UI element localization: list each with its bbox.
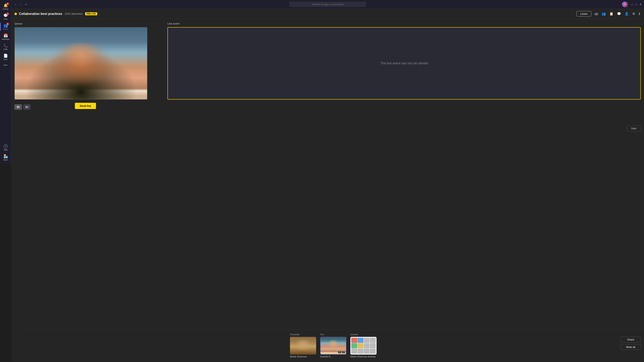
multi-view-button[interactable] [23,104,30,110]
sidebar-item-label-help: Help [4,149,8,151]
queue-label: Queue [14,22,161,25]
nav-back-button[interactable]: ‹ [14,2,17,7]
topbar: ‹ › ✏ D — □ ✕ [11,0,293,9]
single-view-button[interactable] [14,104,22,110]
sidebar-item-calls[interactable]: 📞 Calls [0,42,11,52]
queue-panel: Queue [11,19,164,164]
calls-icon: 📞 [4,43,8,48]
event-title: Collaboration best practices [19,12,62,16]
svg-rect-0 [17,106,20,108]
sidebar-item-teams[interactable]: 👥 1 Teams [0,22,11,32]
main-content: Collaboration best practices 3333 attend… [11,9,293,164]
live-event-box: The live event has not yet started [168,27,293,99]
presenter-video-feed [15,27,147,99]
teams-icon: 👥 1 [4,23,8,28]
queue-video [14,27,147,99]
live-event-panel: Live event The live event has not yet st… [164,19,293,164]
sidebar-item-label-chat: Chat [4,18,8,20]
sidebar-item-chat[interactable]: 💬 1 Chat [0,12,11,22]
view-controls [14,104,30,110]
sidebar-item-more[interactable]: ••• [0,62,11,68]
more-icon: ••• [4,63,8,67]
sidebar-item-activity[interactable]: 🔔 2 Activity [0,1,11,12]
sidebar-item-meetings[interactable]: 📅 Meetings [0,32,11,42]
nav-forward-button[interactable]: › [19,2,22,7]
live-indicator-dot [14,13,17,15]
attendees-count: 3333 attendees [64,12,83,15]
sidebar-item-label-store: Store [4,159,8,161]
sidebar-item-files[interactable]: 📄 Files [0,52,11,62]
live-event-label: Live event [168,22,293,25]
meetings-icon: 📅 [4,33,8,38]
sidebar-item-help[interactable]: ? Help [0,143,11,152]
sidebar-item-label-activity: Activity [2,8,8,10]
sidebar: 🔔 2 Activity 💬 1 Chat 👥 1 Teams 📅 Meetin… [0,0,11,164]
sidebar-item-label-calls: Calls [4,48,8,50]
sidebar-item-store[interactable]: 🏪 Store [0,152,11,162]
search-input[interactable] [290,1,293,7]
chat-badge: 1 [6,12,9,15]
controls-row: Send live [14,102,161,110]
content-area: Queue [11,19,293,164]
sidebar-item-label-files: Files [4,58,8,60]
sidebar-item-label-meetings: Meetings [2,38,9,40]
pre-live-badge: PRE-LIVE [85,12,97,15]
event-titlebar: Collaboration best practices 3333 attend… [11,9,293,19]
svg-rect-3 [27,107,28,108]
chat-icon: 💬 1 [4,13,8,18]
files-icon: 📄 [4,53,8,58]
teams-badge: 1 [6,22,9,25]
send-live-button[interactable]: Send live [75,103,96,109]
multi-view-icon [25,106,28,108]
activity-badge: 2 [6,2,9,5]
svg-rect-1 [26,106,27,108]
svg-rect-2 [27,106,28,107]
activity-icon: 🔔 2 [4,3,8,8]
store-icon: 🏪 [4,154,8,158]
single-view-icon [16,106,20,108]
compose-button[interactable]: ✏ [24,2,29,6]
help-icon: ? [4,144,8,148]
sidebar-item-label-teams: Teams [3,28,8,30]
